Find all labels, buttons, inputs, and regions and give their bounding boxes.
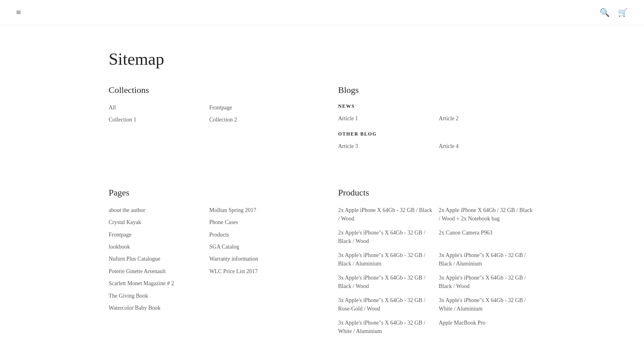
- main-content: Sitemap Collections AllFrontpageCollecti…: [0, 25, 644, 362]
- product-link[interactable]: 3x Apple's iPhone"s X 64Gb - 32 GB / Bla…: [338, 251, 435, 270]
- page-link: [209, 292, 306, 300]
- product-link[interactable]: 2x Apple's iPhone"s X 64Gb - 32 GB / Bla…: [338, 228, 435, 248]
- page-title: Sitemap: [109, 49, 535, 69]
- page-link[interactable]: Molltan Spring 2017: [209, 206, 306, 215]
- pages-links: about the authorMolltan Spring 2017Cryst…: [109, 206, 306, 313]
- page-link: [209, 279, 306, 288]
- product-link[interactable]: 3x Apple's iPhone"s X 64Gb - 32 GB / Ros…: [338, 296, 435, 315]
- product-link[interactable]: 3x Apple's iPhone"s X 64Gb - 32 GB / Whi…: [439, 296, 535, 315]
- product-link[interactable]: 2x Apple iPhone X 64Gb / 32 GB / Black /…: [439, 206, 535, 225]
- page-link[interactable]: Frontpage: [109, 230, 205, 239]
- page-link[interactable]: about the author: [109, 206, 205, 215]
- page-link[interactable]: Products: [209, 230, 306, 239]
- page-link[interactable]: Poterie Ginette Arsenault: [109, 267, 205, 276]
- collection-link[interactable]: Collection 1: [109, 115, 205, 124]
- blog-subsection-title: NEWS: [338, 103, 535, 109]
- collections-title: Collections: [109, 85, 306, 95]
- product-link[interactable]: 3x Apple's iPhone"s X 64Gb - 32 GB / Bla…: [338, 274, 435, 293]
- blog-link[interactable]: Article 3: [338, 142, 435, 151]
- page-link[interactable]: Crystal Kayak: [109, 218, 205, 227]
- blog-link[interactable]: Article 4: [439, 142, 535, 151]
- page-link[interactable]: WLC Price List 2017: [209, 267, 306, 276]
- product-link[interactable]: 3x Apple's iPhone"s X 64Gb - 32 GB / Bla…: [439, 274, 535, 293]
- site-header: ≡ 🔍 🛒: [0, 0, 644, 25]
- product-link[interactable]: 3x Apple's iPhone"s X 64Gb - 32 GB / Whi…: [338, 319, 435, 338]
- page-link[interactable]: Scarlett Monet Magazine # 2: [109, 279, 205, 288]
- blog-links: Article 1Article 2: [338, 114, 535, 123]
- blog-link[interactable]: Article 1: [338, 114, 435, 123]
- page-link[interactable]: Phone Cases: [209, 218, 306, 227]
- blog-links: Article 3Article 4: [338, 142, 535, 151]
- page-link[interactable]: The Giving Book: [109, 292, 205, 300]
- page-link: [209, 304, 306, 313]
- page-link[interactable]: lookbook: [109, 243, 205, 251]
- blogs-title: Blogs: [338, 85, 535, 95]
- sections-grid: Collections AllFrontpageCollection 1Coll…: [109, 85, 535, 358]
- collection-link[interactable]: All: [109, 103, 205, 112]
- blog-link[interactable]: Article 2: [439, 114, 535, 123]
- products-title: Products: [338, 187, 535, 198]
- collections-links: AllFrontpageCollection 1Collection 2: [109, 103, 306, 125]
- cart-icon[interactable]: 🛒: [618, 8, 628, 17]
- pages-section: Pages about the authorMolltan Spring 201…: [109, 187, 306, 338]
- hamburger-icon[interactable]: ≡: [16, 7, 21, 18]
- search-icon[interactable]: 🔍: [600, 8, 610, 17]
- page-link[interactable]: Nufurn Plus Catalogue: [109, 255, 205, 263]
- blogs-section: Blogs NEWSArticle 1Article 2OTHER BLOGAr…: [338, 85, 535, 151]
- product-link[interactable]: 2x Apple iPhone X 64Gb - 32 GB / Black /…: [338, 206, 435, 225]
- blog-subsection-title: OTHER BLOG: [338, 131, 535, 137]
- page-link[interactable]: Warranty information: [209, 255, 306, 263]
- page-link[interactable]: SGA Catalog: [209, 243, 306, 251]
- product-link[interactable]: Apple MacBook Pro: [439, 319, 535, 338]
- pages-title: Pages: [109, 187, 306, 198]
- products-section: Products 2x Apple iPhone X 64Gb - 32 GB …: [338, 187, 535, 338]
- collection-link[interactable]: Frontpage: [209, 103, 306, 112]
- products-links: 2x Apple iPhone X 64Gb - 32 GB / Black /…: [338, 206, 535, 338]
- product-link[interactable]: 3x Apple's iPhone"s X 64Gb - 32 GB / Bla…: [439, 251, 535, 270]
- product-link[interactable]: 2x Canon Camera P963: [439, 228, 535, 248]
- collection-link[interactable]: Collection 2: [209, 115, 306, 124]
- page-link[interactable]: Watercolor Baby Book: [109, 304, 205, 313]
- collections-section: Collections AllFrontpageCollection 1Coll…: [109, 85, 306, 151]
